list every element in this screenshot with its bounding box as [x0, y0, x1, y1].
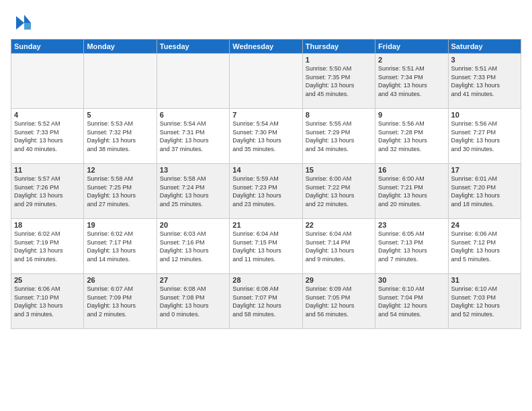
- day-info: Sunrise: 5:51 AM Sunset: 7:34 PM Dayligh…: [378, 64, 445, 98]
- day-info: Sunrise: 6:05 AM Sunset: 7:13 PM Dayligh…: [378, 230, 445, 263]
- day-info: Sunrise: 5:50 AM Sunset: 7:35 PM Dayligh…: [306, 64, 372, 98]
- day-number: 17: [451, 166, 518, 174]
- calendar-cell: 4Sunrise: 5:52 AM Sunset: 7:33 PM Daylig…: [11, 109, 84, 164]
- day-info: Sunrise: 6:03 AM Sunset: 7:16 PM Dayligh…: [160, 230, 226, 263]
- calendar-cell: 22Sunrise: 6:04 AM Sunset: 7:14 PM Dayli…: [302, 219, 375, 274]
- day-info: Sunrise: 6:02 AM Sunset: 7:17 PM Dayligh…: [87, 230, 153, 263]
- day-info: Sunrise: 6:10 AM Sunset: 7:04 PM Dayligh…: [378, 285, 445, 318]
- calendar-cell: 1Sunrise: 5:50 AM Sunset: 7:35 PM Daylig…: [302, 54, 375, 109]
- calendar-week-row: 1Sunrise: 5:50 AM Sunset: 7:35 PM Daylig…: [11, 54, 521, 109]
- day-number: 30: [378, 276, 445, 284]
- day-number: 10: [451, 111, 518, 119]
- calendar-header-row: SundayMondayTuesdayWednesdayThursdayFrid…: [11, 40, 521, 54]
- page: SundayMondayTuesdayWednesdayThursdayFrid…: [0, 0, 532, 411]
- calendar-cell: [84, 54, 157, 109]
- day-info: Sunrise: 6:04 AM Sunset: 7:15 PM Dayligh…: [232, 230, 299, 263]
- calendar-cell: 8Sunrise: 5:55 AM Sunset: 7:29 PM Daylig…: [302, 109, 375, 164]
- day-info: Sunrise: 5:56 AM Sunset: 7:28 PM Dayligh…: [378, 120, 445, 153]
- day-number: 20: [160, 221, 226, 229]
- day-number: 6: [160, 111, 226, 119]
- day-info: Sunrise: 5:53 AM Sunset: 7:32 PM Dayligh…: [87, 120, 153, 153]
- calendar-weekday-monday: Monday: [84, 40, 157, 54]
- calendar-cell: [157, 54, 229, 109]
- day-number: 11: [14, 166, 81, 174]
- day-number: 25: [14, 276, 81, 284]
- calendar-weekday-saturday: Saturday: [448, 40, 521, 54]
- day-number: 14: [232, 166, 299, 174]
- day-number: 23: [378, 221, 445, 229]
- calendar-week-row: 11Sunrise: 5:57 AM Sunset: 7:26 PM Dayli…: [11, 164, 521, 219]
- calendar-cell: 26Sunrise: 6:07 AM Sunset: 7:09 PM Dayli…: [84, 274, 157, 329]
- calendar-cell: [11, 54, 84, 109]
- calendar-cell: 10Sunrise: 5:56 AM Sunset: 7:27 PM Dayli…: [448, 109, 521, 164]
- day-info: Sunrise: 5:57 AM Sunset: 7:26 PM Dayligh…: [14, 175, 81, 208]
- day-info: Sunrise: 6:08 AM Sunset: 7:08 PM Dayligh…: [160, 285, 226, 318]
- day-number: 19: [87, 221, 153, 229]
- day-info: Sunrise: 5:59 AM Sunset: 7:23 PM Dayligh…: [232, 175, 299, 208]
- day-number: 4: [14, 111, 81, 119]
- day-info: Sunrise: 5:55 AM Sunset: 7:29 PM Dayligh…: [306, 120, 372, 153]
- day-number: 7: [232, 111, 299, 119]
- day-number: 1: [306, 56, 372, 64]
- calendar-weekday-sunday: Sunday: [11, 40, 84, 54]
- calendar-cell: 19Sunrise: 6:02 AM Sunset: 7:17 PM Dayli…: [84, 219, 157, 274]
- day-info: Sunrise: 6:04 AM Sunset: 7:14 PM Dayligh…: [306, 230, 372, 263]
- calendar-cell: 15Sunrise: 6:00 AM Sunset: 7:22 PM Dayli…: [302, 164, 375, 219]
- calendar-weekday-tuesday: Tuesday: [157, 40, 229, 54]
- calendar-cell: 5Sunrise: 5:53 AM Sunset: 7:32 PM Daylig…: [84, 109, 157, 164]
- header: [11, 8, 521, 35]
- day-info: Sunrise: 6:07 AM Sunset: 7:09 PM Dayligh…: [87, 285, 153, 318]
- calendar-cell: 11Sunrise: 5:57 AM Sunset: 7:26 PM Dayli…: [11, 164, 84, 219]
- calendar-cell: 28Sunrise: 6:08 AM Sunset: 7:07 PM Dayli…: [230, 274, 302, 329]
- calendar-week-row: 4Sunrise: 5:52 AM Sunset: 7:33 PM Daylig…: [11, 109, 521, 164]
- calendar-cell: 3Sunrise: 5:51 AM Sunset: 7:33 PM Daylig…: [448, 54, 521, 109]
- svg-marker-2: [24, 23, 31, 30]
- day-info: Sunrise: 6:08 AM Sunset: 7:07 PM Dayligh…: [232, 285, 299, 318]
- calendar-cell: 21Sunrise: 6:04 AM Sunset: 7:15 PM Dayli…: [230, 219, 302, 274]
- calendar-weekday-wednesday: Wednesday: [230, 40, 302, 54]
- day-number: 26: [87, 276, 153, 284]
- calendar-cell: 14Sunrise: 5:59 AM Sunset: 7:23 PM Dayli…: [230, 164, 302, 219]
- calendar-week-row: 25Sunrise: 6:06 AM Sunset: 7:10 PM Dayli…: [11, 274, 521, 329]
- day-info: Sunrise: 5:54 AM Sunset: 7:31 PM Dayligh…: [160, 120, 226, 153]
- day-number: 2: [378, 56, 445, 64]
- day-info: Sunrise: 5:52 AM Sunset: 7:33 PM Dayligh…: [14, 120, 81, 153]
- day-number: 21: [232, 221, 299, 229]
- calendar-cell: 13Sunrise: 5:58 AM Sunset: 7:24 PM Dayli…: [157, 164, 229, 219]
- calendar-cell: 24Sunrise: 6:06 AM Sunset: 7:12 PM Dayli…: [448, 219, 521, 274]
- day-number: 24: [451, 221, 518, 229]
- day-number: 12: [87, 166, 153, 174]
- calendar-cell: 23Sunrise: 6:05 AM Sunset: 7:13 PM Dayli…: [375, 219, 448, 274]
- day-number: 28: [232, 276, 299, 284]
- day-info: Sunrise: 5:51 AM Sunset: 7:33 PM Dayligh…: [451, 64, 518, 98]
- calendar-cell: 27Sunrise: 6:08 AM Sunset: 7:08 PM Dayli…: [157, 274, 229, 329]
- calendar-cell: 6Sunrise: 5:54 AM Sunset: 7:31 PM Daylig…: [157, 109, 229, 164]
- day-number: 15: [306, 166, 372, 174]
- logo: [11, 11, 38, 35]
- calendar-cell: 7Sunrise: 5:54 AM Sunset: 7:30 PM Daylig…: [230, 109, 302, 164]
- day-number: 3: [451, 56, 518, 64]
- calendar-cell: 31Sunrise: 6:10 AM Sunset: 7:03 PM Dayli…: [448, 274, 521, 329]
- day-number: 9: [378, 111, 445, 119]
- calendar-weekday-thursday: Thursday: [302, 40, 375, 54]
- calendar-cell: 18Sunrise: 6:02 AM Sunset: 7:19 PM Dayli…: [11, 219, 84, 274]
- calendar-week-row: 18Sunrise: 6:02 AM Sunset: 7:19 PM Dayli…: [11, 219, 521, 274]
- day-info: Sunrise: 6:06 AM Sunset: 7:10 PM Dayligh…: [14, 285, 81, 318]
- day-number: 8: [306, 111, 372, 119]
- day-info: Sunrise: 5:56 AM Sunset: 7:27 PM Dayligh…: [451, 120, 518, 153]
- logo-icon: [11, 11, 35, 35]
- day-number: 5: [87, 111, 153, 119]
- calendar-cell: 30Sunrise: 6:10 AM Sunset: 7:04 PM Dayli…: [375, 274, 448, 329]
- calendar-cell: 16Sunrise: 6:00 AM Sunset: 7:21 PM Dayli…: [375, 164, 448, 219]
- day-info: Sunrise: 6:06 AM Sunset: 7:12 PM Dayligh…: [451, 230, 518, 263]
- day-number: 22: [306, 221, 372, 229]
- calendar-cell: 20Sunrise: 6:03 AM Sunset: 7:16 PM Dayli…: [157, 219, 229, 274]
- day-info: Sunrise: 6:09 AM Sunset: 7:05 PM Dayligh…: [306, 285, 372, 318]
- day-info: Sunrise: 6:00 AM Sunset: 7:22 PM Dayligh…: [306, 175, 372, 208]
- calendar-cell: 12Sunrise: 5:58 AM Sunset: 7:25 PM Dayli…: [84, 164, 157, 219]
- calendar-cell: 9Sunrise: 5:56 AM Sunset: 7:28 PM Daylig…: [375, 109, 448, 164]
- day-number: 16: [378, 166, 445, 174]
- day-info: Sunrise: 5:54 AM Sunset: 7:30 PM Dayligh…: [232, 120, 299, 153]
- day-info: Sunrise: 5:58 AM Sunset: 7:24 PM Dayligh…: [160, 175, 226, 208]
- day-number: 31: [451, 276, 518, 284]
